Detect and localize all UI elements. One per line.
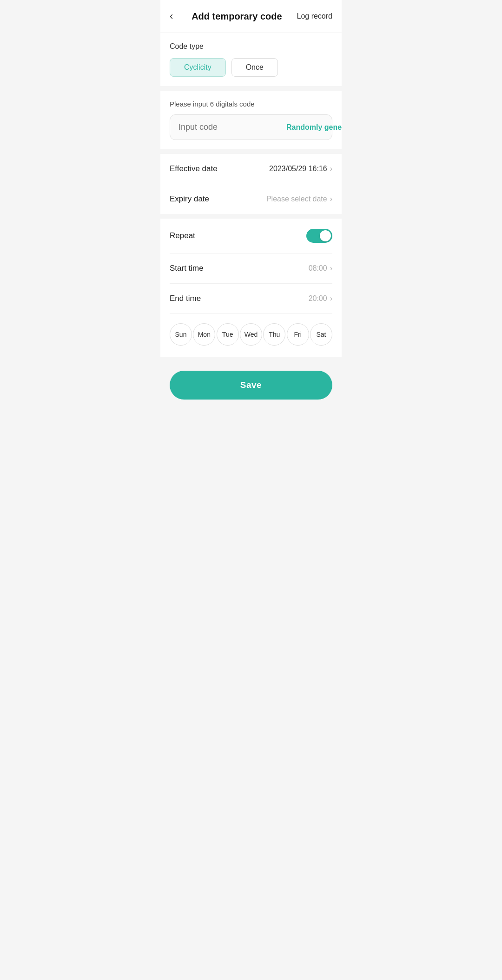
back-button[interactable]: ‹ <box>170 8 177 24</box>
expiry-date-chevron: › <box>330 195 332 203</box>
expiry-date-value: Please select date › <box>266 195 332 203</box>
effective-date-chevron: › <box>330 165 332 173</box>
effective-date-text: 2023/05/29 16:16 <box>269 165 327 173</box>
end-time-row[interactable]: End time 20:00 › <box>170 284 332 314</box>
day-fri[interactable]: Fri <box>287 323 309 346</box>
expiry-date-text: Please select date <box>266 195 327 203</box>
randomly-generated-button[interactable]: Randomly generated <box>286 123 342 132</box>
header: ‹ Add temporary code Log record <box>160 0 342 33</box>
day-wed[interactable]: Wed <box>240 323 262 346</box>
day-sat[interactable]: Sat <box>310 323 332 346</box>
code-input-row: Randomly generated <box>170 114 332 140</box>
repeat-section: Repeat Start time 08:00 › End time 20:00… <box>160 219 342 357</box>
log-record-button[interactable]: Log record <box>297 12 333 20</box>
date-section: Effective date 2023/05/29 16:16 › Expiry… <box>160 154 342 214</box>
start-time-label: Start time <box>170 264 204 273</box>
start-time-value: 08:00 › <box>309 264 332 273</box>
page-title: Add temporary code <box>177 11 297 22</box>
expiry-date-label: Expiry date <box>170 194 209 204</box>
end-time-value: 20:00 › <box>309 294 332 303</box>
effective-date-row[interactable]: Effective date 2023/05/29 16:16 › <box>160 154 342 184</box>
day-thu[interactable]: Thu <box>263 323 285 346</box>
code-type-label: Code type <box>170 42 332 51</box>
code-input-label: Please input 6 digitals code <box>170 100 332 108</box>
end-time-text: 20:00 <box>309 294 327 303</box>
repeat-row: Repeat <box>170 219 332 253</box>
days-row: Sun Mon Tue Wed Thu Fri Sat <box>170 314 332 357</box>
save-button[interactable]: Save <box>170 371 332 400</box>
day-mon[interactable]: Mon <box>193 323 215 346</box>
toggle-knob <box>320 230 331 241</box>
expiry-date-row[interactable]: Expiry date Please select date › <box>160 184 342 214</box>
start-time-text: 08:00 <box>309 264 327 273</box>
repeat-toggle[interactable] <box>306 229 332 243</box>
end-time-chevron: › <box>330 294 332 303</box>
code-type-buttons: Cyclicity Once <box>170 58 332 77</box>
start-time-chevron: › <box>330 264 332 273</box>
day-sun[interactable]: Sun <box>170 323 192 346</box>
once-button[interactable]: Once <box>231 58 278 77</box>
effective-date-label: Effective date <box>170 164 218 173</box>
end-time-label: End time <box>170 294 201 303</box>
effective-date-value: 2023/05/29 16:16 › <box>269 165 332 173</box>
day-tue[interactable]: Tue <box>217 323 239 346</box>
cyclicity-button[interactable]: Cyclicity <box>170 58 226 77</box>
save-section: Save <box>160 361 342 413</box>
code-type-section: Code type Cyclicity Once <box>160 33 342 86</box>
start-time-row[interactable]: Start time 08:00 › <box>170 253 332 284</box>
code-input-field[interactable] <box>178 122 286 132</box>
code-input-section: Please input 6 digitals code Randomly ge… <box>160 91 342 149</box>
repeat-label: Repeat <box>170 231 195 240</box>
